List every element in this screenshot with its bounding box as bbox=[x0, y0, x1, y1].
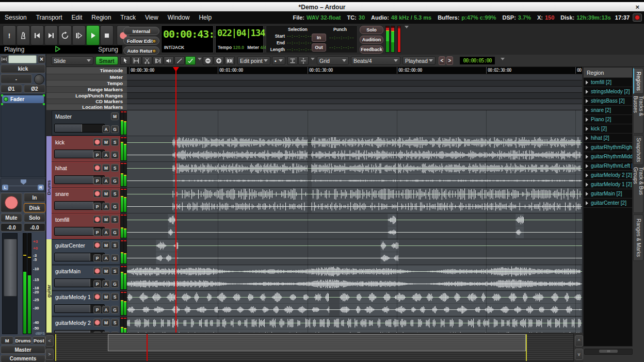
record-arm-button[interactable] bbox=[93, 319, 101, 326]
audition-button[interactable]: Audition bbox=[360, 36, 383, 44]
mute-button[interactable]: M bbox=[102, 319, 110, 326]
stretch-icon[interactable] bbox=[153, 56, 163, 65]
region-list-header[interactable]: Region bbox=[584, 68, 632, 78]
comments-button[interactable]: Comments bbox=[1, 355, 45, 362]
tempo-value[interactable]: 120.0 bbox=[233, 45, 244, 50]
ruler-label-tempo[interactable]: Tempo bbox=[46, 80, 127, 87]
pan-left-badge[interactable]: L bbox=[2, 185, 8, 190]
gain-display-right[interactable]: -0.0 bbox=[24, 223, 45, 232]
chevron-down-icon[interactable] bbox=[198, 58, 202, 60]
mute-button[interactable]: Mute bbox=[1, 213, 22, 222]
internal-edit-icon[interactable] bbox=[185, 56, 196, 65]
automation-button[interactable]: A bbox=[102, 151, 110, 159]
track-header[interactable]: snareMSPAG bbox=[52, 188, 120, 213]
output-button[interactable]: Master bbox=[1, 345, 45, 354]
solo-button[interactable]: S bbox=[111, 164, 119, 172]
group-button[interactable]: G bbox=[111, 177, 119, 185]
nudge-clock[interactable]: 00:00:05:00 bbox=[459, 56, 495, 65]
group-tab-drums[interactable]: Drums bbox=[14, 336, 31, 344]
summary-scroll-up-button[interactable]: ^ bbox=[575, 335, 583, 347]
audition-icon[interactable] bbox=[164, 56, 174, 65]
tab-regions[interactable]: Regions bbox=[633, 68, 643, 94]
zoom-out-icon[interactable] bbox=[203, 56, 213, 65]
automation-button[interactable]: A bbox=[102, 203, 110, 210]
play-button[interactable] bbox=[86, 25, 100, 45]
triangle-right-icon[interactable] bbox=[586, 164, 588, 168]
group-button[interactable]: G bbox=[111, 203, 119, 210]
playlist-button[interactable]: P bbox=[93, 203, 101, 210]
triangle-right-icon[interactable] bbox=[586, 192, 588, 196]
edit-point-value-dropdown[interactable]: Playhead bbox=[403, 56, 436, 65]
menu-region[interactable]: Region bbox=[87, 14, 116, 21]
triangle-right-icon[interactable] bbox=[586, 183, 588, 187]
track-canvas[interactable] bbox=[127, 162, 582, 187]
input-button[interactable]: - bbox=[1, 74, 32, 84]
ruler-location-markers[interactable] bbox=[127, 104, 582, 110]
automation-button[interactable]: A bbox=[102, 177, 110, 185]
solo-button[interactable]: S bbox=[111, 190, 119, 198]
menu-track[interactable]: Track bbox=[116, 14, 140, 21]
internal-button[interactable]: Internal bbox=[123, 27, 159, 35]
summary-scroll-left-button[interactable]: < bbox=[45, 335, 54, 347]
ruler-tempo[interactable] bbox=[127, 80, 582, 87]
automation-button[interactable]: A bbox=[102, 280, 110, 288]
region-list-item[interactable]: stringsMelody [2] bbox=[584, 87, 632, 96]
follow-edits-button[interactable]: Follow Edits bbox=[123, 37, 159, 45]
region-list-item[interactable]: snare [2] bbox=[584, 106, 632, 115]
fader-handle[interactable] bbox=[4, 239, 17, 297]
range-icon[interactable] bbox=[131, 56, 141, 65]
chevron-down-icon[interactable] bbox=[311, 58, 315, 60]
region-list-item[interactable]: hihat [2] bbox=[584, 134, 632, 143]
ruler-timecode[interactable]: 00:00:30:0000:01:00:0000:01:30:0000:02:0… bbox=[127, 67, 582, 74]
menu-session[interactable]: Session bbox=[0, 14, 31, 21]
track-name[interactable]: guitarMelody 2 bbox=[55, 320, 91, 326]
mute-button[interactable]: M bbox=[102, 267, 110, 275]
menu-transport[interactable]: Transport bbox=[31, 14, 67, 21]
track-name[interactable]: guitarMelody 1 bbox=[55, 294, 91, 300]
region-list-item[interactable]: guitarRhythmLeft [2] bbox=[584, 161, 632, 171]
record-arm-button[interactable] bbox=[93, 293, 101, 301]
region-list-item[interactable]: guitarCenter [2] bbox=[584, 199, 632, 208]
triangle-right-icon[interactable] bbox=[586, 136, 588, 140]
midi-panic-button[interactable]: ! bbox=[3, 25, 16, 45]
auto-return-button[interactable]: Auto Return bbox=[123, 46, 159, 55]
triangle-right-icon[interactable] bbox=[586, 127, 588, 131]
automation-button[interactable]: A bbox=[102, 306, 110, 314]
solo-button[interactable]: S bbox=[111, 216, 119, 223]
goto-start-button[interactable] bbox=[30, 25, 44, 45]
region-list-item[interactable]: guitarRhythmRight [2] bbox=[584, 143, 632, 152]
record-arm-button[interactable] bbox=[93, 138, 101, 146]
track-header[interactable]: tomfillMSPAG bbox=[52, 213, 120, 239]
titlebar[interactable]: *Demo – Ardour × bbox=[0, 0, 644, 11]
mute-button[interactable]: M bbox=[102, 293, 110, 301]
menu-view[interactable]: View bbox=[140, 14, 163, 21]
region-list-item[interactable]: guitarRhythmMiddle [2] bbox=[584, 152, 632, 161]
panner[interactable]: L R bbox=[1, 178, 45, 192]
ruler-cd-markers[interactable] bbox=[127, 99, 582, 104]
automation-button[interactable]: A bbox=[102, 228, 110, 236]
track-canvas[interactable] bbox=[127, 265, 582, 290]
snap-mode-dropdown[interactable]: Grid bbox=[317, 56, 349, 65]
track-name[interactable]: snare bbox=[55, 191, 69, 197]
trim-knob[interactable] bbox=[34, 74, 44, 85]
nudge-back-button[interactable]: < bbox=[439, 56, 445, 65]
zoom-fit-icon[interactable] bbox=[224, 56, 235, 65]
edit-point-dropdown[interactable]: Edit point bbox=[237, 56, 270, 65]
shrink-tracks-icon[interactable] bbox=[287, 56, 298, 65]
track-header[interactable]: MasterMAG bbox=[52, 110, 120, 136]
automation-button[interactable]: A bbox=[102, 254, 110, 262]
menu-edit[interactable]: Edit bbox=[67, 14, 87, 21]
track-header[interactable]: guitarMelody 2MSPAG bbox=[52, 317, 120, 333]
marker-dropdown[interactable]: ▪ bbox=[272, 56, 285, 65]
record-status-icon[interactable] bbox=[633, 13, 642, 22]
mute-button[interactable]: M bbox=[102, 138, 110, 146]
track-gain-fader[interactable] bbox=[54, 124, 105, 133]
nudge-forward-button[interactable]: > bbox=[446, 56, 453, 65]
scrollbar-thumb[interactable] bbox=[599, 350, 618, 353]
group-button[interactable]: G bbox=[111, 280, 119, 288]
tab-snapshots[interactable]: Snapshots bbox=[633, 135, 643, 165]
region-list-item[interactable]: guitarMelody 2 [2] bbox=[584, 171, 632, 180]
cut-icon[interactable] bbox=[142, 56, 152, 65]
mute-button[interactable]: M bbox=[111, 112, 119, 120]
track-canvas[interactable] bbox=[127, 188, 582, 213]
